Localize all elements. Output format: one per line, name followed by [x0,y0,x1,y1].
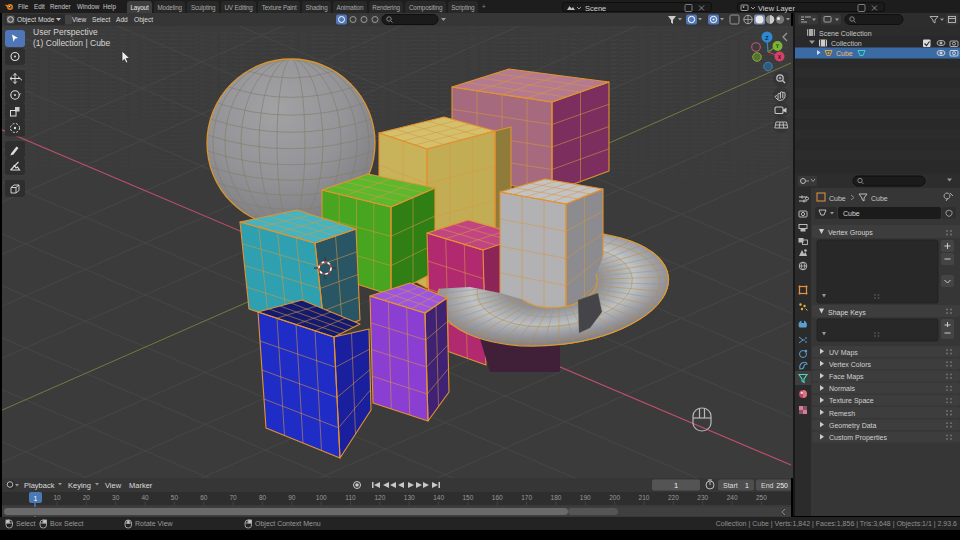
svg-text:1: 1 [674,481,678,490]
svg-text:70: 70 [229,494,237,501]
svg-text:Custom Properties: Custom Properties [829,434,887,442]
svg-text:Box Select: Box Select [50,520,84,527]
svg-text:View: View [72,16,86,23]
svg-text:Object Context Menu: Object Context Menu [255,520,321,528]
svg-text:Cube: Cube [871,195,888,202]
svg-text:250: 250 [776,482,788,489]
svg-text:40: 40 [141,494,149,501]
svg-text:50: 50 [171,494,179,501]
svg-text:Cube: Cube [843,210,860,217]
svg-text:1: 1 [745,482,749,489]
svg-text:Geometry Data: Geometry Data [829,422,877,430]
svg-text:Collection | Cube | Verts:1,84: Collection | Cube | Verts:1,842 | Faces:… [716,520,957,528]
svg-text:100: 100 [316,494,327,501]
svg-text:Playback: Playback [24,481,55,490]
svg-text:Marker: Marker [129,481,153,490]
svg-text:Add: Add [116,16,128,23]
svg-text:Scene Collection: Scene Collection [819,30,872,37]
svg-text:220: 220 [668,494,679,501]
svg-text:Cube: Cube [829,195,846,202]
svg-text:1: 1 [34,495,38,502]
svg-text:Select: Select [16,520,36,527]
svg-text:Object Mode: Object Mode [17,16,55,24]
svg-text:90: 90 [288,494,296,501]
svg-text:200: 200 [609,494,620,501]
svg-text:Start: Start [723,482,738,489]
svg-text:80: 80 [259,494,267,501]
svg-text:230: 230 [697,494,708,501]
svg-text:Vertex Groups: Vertex Groups [828,229,873,237]
svg-text:Keying: Keying [68,481,91,490]
svg-text:240: 240 [727,494,738,501]
svg-text:Object: Object [134,16,153,24]
svg-text:View: View [105,481,122,490]
svg-text:Rotate View: Rotate View [135,520,174,527]
svg-text:Shape Keys: Shape Keys [828,309,866,317]
svg-text:180: 180 [551,494,562,501]
svg-text:Collection: Collection [831,40,862,47]
svg-text:Face Maps: Face Maps [829,373,864,381]
svg-text:(1) Collection | Cube: (1) Collection | Cube [33,38,111,48]
svg-text:10: 10 [53,494,61,501]
svg-text:View Layer: View Layer [758,3,795,12]
svg-text:End: End [761,482,774,489]
svg-text:190: 190 [580,494,591,501]
svg-text:60: 60 [200,494,208,501]
svg-text:210: 210 [639,494,650,501]
svg-text:Texture Space: Texture Space [829,397,874,405]
svg-text:250: 250 [756,494,767,501]
svg-text:130: 130 [404,494,415,501]
svg-text:Cube: Cube [836,50,853,57]
svg-text:User Perspective: User Perspective [33,27,98,37]
svg-text:Vertex Colors: Vertex Colors [829,361,872,368]
svg-text:150: 150 [462,494,473,501]
svg-text:20: 20 [83,494,91,501]
svg-text:140: 140 [433,494,444,501]
svg-text:170: 170 [521,494,532,501]
svg-text:120: 120 [374,494,385,501]
svg-text:Scene: Scene [585,3,606,12]
svg-text:110: 110 [345,494,356,501]
svg-text:Remesh: Remesh [829,410,855,417]
svg-text:30: 30 [112,494,120,501]
svg-text:Select: Select [92,16,110,23]
svg-text:160: 160 [492,494,503,501]
svg-text:Normals: Normals [829,385,856,392]
svg-text:UV Maps: UV Maps [829,349,858,357]
